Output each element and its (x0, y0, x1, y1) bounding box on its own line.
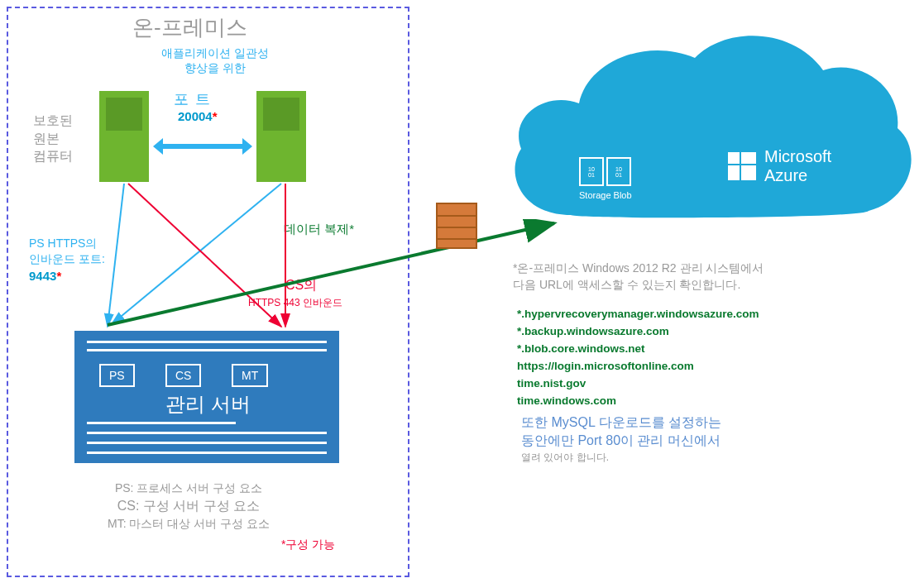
bidirectional-arrow-icon (153, 136, 252, 156)
storage-blob-icon: 10011001 (579, 157, 631, 186)
cs-https-443-label: HTTPS 443 인바운드 (248, 296, 342, 310)
text: 보호된 (33, 113, 73, 127)
cloud-icon (496, 25, 918, 240)
protected-computers-label: 보호된 원본 컴퓨터 (33, 112, 73, 165)
url-item: time.nist.gov (517, 375, 759, 393)
cs-tag: CS (165, 364, 201, 387)
required-urls-list: *.hypervrecoverymanager.windowsazure.com… (517, 306, 759, 410)
mysql-port-note: 또한 MySQL 다운로드를 설정하는 동안에만 Port 80이 관리 머신에… (521, 413, 721, 449)
asterisk: * (56, 269, 61, 283)
url-item: *.backup.windowsazure.com (517, 323, 759, 341)
source-server-icon (256, 91, 306, 182)
text: 컴퓨터 (33, 149, 73, 163)
url-item: time.windows.com (517, 393, 759, 410)
source-server-icon (99, 91, 149, 182)
ps-port-9443: 9443* (29, 269, 61, 283)
mt-tag: MT (232, 364, 268, 387)
app-consistency-label: 애플리케이션 일관성 향상을 위한 (161, 45, 269, 75)
legend-mt: MT: 마스터 대상 서버 구성 요소 (108, 515, 270, 532)
cs-label: CS의 (285, 277, 317, 294)
firewall-icon (436, 203, 477, 252)
ps-tag: PS (99, 364, 135, 387)
mysql-port-note-sub: 열려 있어야 합니다. (521, 451, 609, 465)
port-number: 20004 (178, 109, 213, 123)
text: Microsoft (764, 147, 831, 165)
requirement-text: *온-프레미스 Windows 2012 R2 관리 시스템에서 다음 URL에… (513, 260, 764, 293)
url-item: https://login.microsoftonline.com (517, 358, 759, 375)
text: 또한 MySQL 다운로드를 설정하는 (521, 415, 721, 429)
text: 인바운드 포트: (29, 252, 105, 265)
windows-icon (728, 152, 756, 180)
microsoft-azure-logo: MicrosoftAzure (728, 147, 831, 185)
text: 동안에만 Port 80이 관리 머신에서 (521, 433, 721, 447)
management-server-icon: PS CS MT 관리 서버 (74, 331, 339, 463)
text: 애플리케이션 일관성 (161, 46, 269, 60)
url-item: *.blob.core.windows.net (517, 341, 759, 358)
azure-cloud (496, 25, 918, 256)
text: Azure (764, 166, 807, 184)
legend-ps: PS: 프로세스 서버 구성 요소 (108, 480, 270, 496)
data-replication-label: 데이터 복제* (284, 222, 354, 237)
storage-blob-label: Storage Blob (579, 190, 632, 200)
legend: PS: 프로세스 서버 구성 요소 CS: 구성 서버 구성 요소 MT: 마스… (108, 480, 270, 533)
port-number: 9443 (29, 269, 56, 283)
on-premises-title: 온-프레미스 (132, 13, 247, 42)
url-item: *.hypervrecoverymanager.windowsazure.com (517, 306, 759, 323)
text: 향상을 위한 (184, 61, 246, 74)
text: PS HTTPS의 (29, 237, 97, 250)
configurable-note: *구성 가능 (281, 538, 335, 552)
text: 다음 URL에 액세스할 수 있는지 확인합니다. (513, 278, 740, 291)
asterisk: * (213, 109, 218, 123)
text: *온-프레미스 Windows 2012 R2 관리 시스템에서 (513, 261, 764, 275)
legend-cs: CS: 구성 서버 구성 요소 (108, 496, 270, 515)
text: 원본 (33, 131, 60, 146)
port-20004: 20004* (178, 109, 218, 123)
management-server-label: 관리 서버 (165, 391, 251, 418)
ps-https-label: PS HTTPS의 인바운드 포트: (29, 236, 105, 267)
port-label: 포트 (174, 89, 217, 109)
